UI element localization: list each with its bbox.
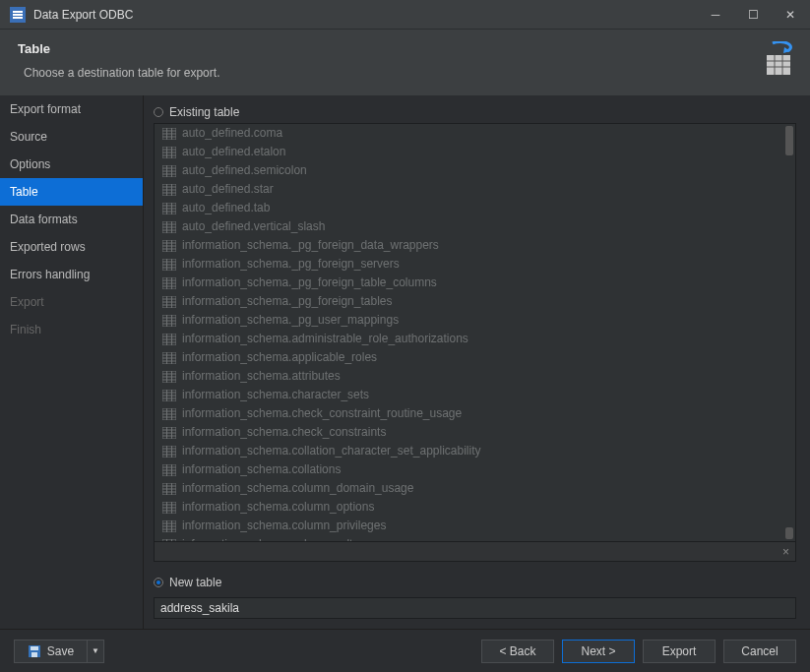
table-row[interactable]: information_schema.column_domain_usage: [155, 479, 795, 498]
table-row-label: auto_defined.semicolon: [182, 162, 307, 179]
table-row[interactable]: information_schema.collations: [155, 460, 795, 479]
chevron-down-icon: ▼: [92, 646, 99, 655]
sidebar-item-table[interactable]: Table: [0, 178, 143, 206]
table-icon: [162, 371, 176, 383]
main-panel: Existing table auto_defined.comaauto_def…: [144, 95, 810, 629]
table-row-label: information_schema.collation_character_s…: [182, 443, 481, 459]
app-icon: [10, 7, 26, 23]
table-row-label: information_schema.column_udt_usage: [182, 536, 392, 541]
table-icon: [162, 427, 176, 439]
table-row[interactable]: information_schema.administrable_role_au…: [155, 330, 795, 348]
table-icon: [162, 502, 176, 514]
table-row-label: auto_defined.vertical_slash: [182, 218, 325, 235]
table-row[interactable]: information_schema._pg_foreign_table_col…: [155, 274, 795, 292]
svg-rect-140: [162, 539, 176, 542]
table-row[interactable]: auto_defined.vertical_slash: [155, 217, 795, 236]
back-button[interactable]: < Back: [481, 640, 554, 663]
save-label: Save: [47, 644, 74, 658]
table-row[interactable]: information_schema.character_sets: [155, 386, 795, 404]
table-row[interactable]: information_schema.check_constraints: [155, 423, 795, 442]
page-title: Table: [18, 41, 219, 56]
sidebar-item-errors-handling[interactable]: Errors handling: [0, 261, 143, 288]
scrollbar-vertical[interactable]: [783, 124, 795, 541]
window-maximize-icon[interactable]: ☐: [743, 5, 763, 25]
table-row-label: information_schema.attributes: [182, 368, 341, 385]
wizard-header: Table Choose a destination table for exp…: [0, 30, 810, 95]
sidebar-item-exported-rows[interactable]: Exported rows: [0, 233, 143, 261]
table-row[interactable]: auto_defined.tab: [155, 199, 795, 217]
radio-icon: [154, 107, 163, 117]
table-row[interactable]: information_schema._pg_foreign_data_wrap…: [155, 236, 795, 255]
sidebar-item-data-formats[interactable]: Data formats: [0, 206, 143, 233]
table-row-label: information_schema.check_constraint_rout…: [182, 405, 462, 422]
table-row-label: auto_defined.tab: [182, 200, 270, 216]
svg-rect-0: [13, 11, 23, 13]
table-icon: [162, 464, 176, 476]
clear-filter-icon[interactable]: ×: [782, 545, 789, 559]
sidebar-item-label: Errors handling: [10, 268, 90, 281]
wizard-footer: Save ▼ < Back Next > Export Cancel: [0, 629, 810, 672]
table-row[interactable]: auto_defined.semicolon: [155, 161, 795, 180]
table-row-label: auto_defined.star: [182, 181, 274, 198]
table-icon: [162, 446, 176, 458]
table-row[interactable]: information_schema.column_udt_usage: [155, 535, 795, 541]
table-icon: [162, 147, 176, 158]
next-button[interactable]: Next >: [562, 640, 635, 663]
table-row[interactable]: information_schema.collation_character_s…: [155, 442, 795, 460]
table-icon: [162, 203, 176, 214]
table-icon: [162, 334, 176, 345]
save-dropdown-button[interactable]: ▼: [87, 640, 104, 663]
table-filter-row[interactable]: ×: [155, 541, 795, 561]
table-list[interactable]: auto_defined.comaauto_defined.etalonauto…: [154, 123, 796, 562]
table-row[interactable]: information_schema.applicable_roles: [155, 348, 795, 367]
table-icon: [162, 483, 176, 495]
radio-icon: [154, 578, 163, 587]
table-row[interactable]: information_schema.check_constraint_rout…: [155, 404, 795, 423]
table-icon: [162, 408, 176, 420]
save-button[interactable]: Save: [14, 640, 87, 663]
table-icon: [162, 539, 176, 542]
radio-new-table[interactable]: New table: [154, 576, 796, 589]
table-icon: [162, 390, 176, 401]
sidebar-item-export-format[interactable]: Export format: [0, 95, 143, 123]
sidebar-item-source[interactable]: Source: [0, 123, 143, 151]
table-icon: [162, 296, 176, 308]
table-icon: [162, 128, 176, 140]
window-close-icon[interactable]: ✕: [780, 5, 800, 25]
sidebar-item-label: Exported rows: [10, 240, 86, 254]
new-table-input[interactable]: [154, 597, 796, 619]
export-button[interactable]: Export: [643, 640, 716, 663]
titlebar: Data Export ODBC ─ ☐ ✕: [0, 0, 810, 30]
table-icon: [162, 352, 176, 364]
table-row-label: information_schema._pg_foreign_tables: [182, 293, 392, 310]
table-row[interactable]: information_schema._pg_foreign_tables: [155, 292, 795, 311]
radio-existing-table[interactable]: Existing table: [154, 105, 796, 119]
table-row-label: information_schema._pg_foreign_servers: [182, 256, 400, 273]
svg-rect-2: [13, 17, 23, 19]
table-icon: [162, 221, 176, 233]
sidebar-item-export: Export: [0, 288, 143, 316]
window-minimize-icon[interactable]: ─: [706, 5, 725, 25]
table-row[interactable]: auto_defined.coma: [155, 124, 795, 143]
table-row-label: information_schema.administrable_role_au…: [182, 331, 468, 347]
export-header-icon: [753, 41, 792, 77]
table-icon: [162, 184, 176, 196]
table-row-label: information_schema.character_sets: [182, 387, 369, 403]
table-row[interactable]: information_schema._pg_foreign_servers: [155, 255, 795, 274]
table-row[interactable]: auto_defined.star: [155, 180, 795, 199]
table-row[interactable]: auto_defined.etalon: [155, 143, 795, 161]
svg-rect-154: [31, 652, 37, 657]
sidebar-item-label: Source: [10, 130, 47, 144]
table-row[interactable]: information_schema.attributes: [155, 367, 795, 386]
table-row-label: information_schema.applicable_roles: [182, 349, 377, 366]
table-row-label: auto_defined.coma: [182, 125, 282, 142]
table-row-label: information_schema._pg_foreign_table_col…: [182, 275, 437, 291]
sidebar-item-options[interactable]: Options: [0, 151, 143, 178]
save-icon: [28, 644, 41, 658]
table-row[interactable]: information_schema.column_privileges: [155, 517, 795, 535]
table-row[interactable]: information_schema.column_options: [155, 498, 795, 517]
table-row-label: information_schema._pg_user_mappings: [182, 312, 399, 329]
table-row[interactable]: information_schema._pg_user_mappings: [155, 311, 795, 330]
cancel-button[interactable]: Cancel: [723, 640, 796, 663]
window-title: Data Export ODBC: [33, 8, 706, 22]
